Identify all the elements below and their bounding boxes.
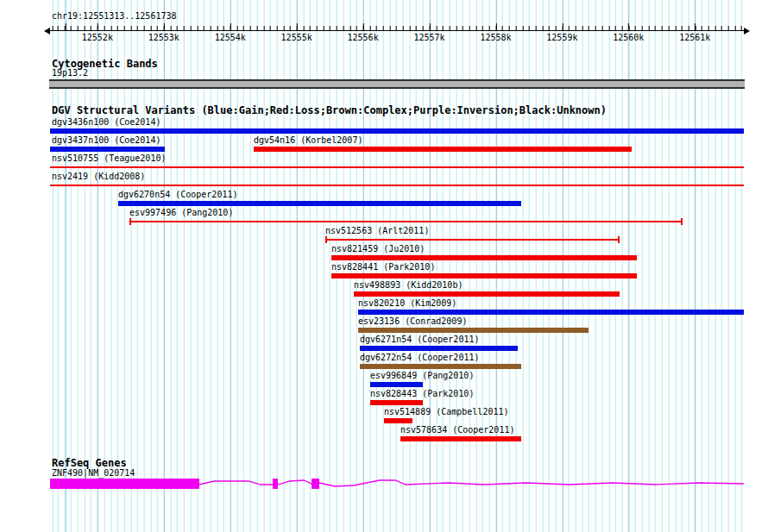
variant-endcap-esv997496 <box>129 218 131 225</box>
gene-intron-line <box>199 480 744 486</box>
variant-label-dgv54n16[interactable]: dgv54n16 (Korbel2007) <box>254 135 362 145</box>
variant-bar-nsv512563[interactable] <box>325 239 620 241</box>
variant-label-dgv6272n54[interactable]: dgv6272n54 (Cooper2011) <box>360 353 479 362</box>
variant-endcap-esv997496 <box>681 218 683 225</box>
variant-bar-nsv821459[interactable] <box>331 255 637 260</box>
ruler-left-arrow-icon <box>44 28 50 34</box>
axis-tick-label: 12559k <box>536 33 588 42</box>
variant-bar-nsv578634[interactable] <box>400 436 521 441</box>
gene-glyph[interactable] <box>49 473 745 495</box>
axis-tick-label: 12553k <box>138 33 190 42</box>
variant-label-nsv2419[interactable]: nsv2419 (Kidd2008) <box>52 172 145 181</box>
variant-label-dgv3436n100[interactable]: dgv3436n100 (Coe2014) <box>52 117 161 127</box>
variant-label-esv996849[interactable]: esv996849 (Pang2010) <box>370 371 474 380</box>
variant-label-dgv6271n54[interactable]: dgv6271n54 (Cooper2011) <box>360 335 479 344</box>
variant-label-nsv820210[interactable]: nsv820210 (Kim2009) <box>358 298 456 308</box>
variant-bar-nsv498893[interactable] <box>354 291 620 297</box>
axis-tick-label: 12561k <box>669 33 721 42</box>
variant-bar-nsv820210[interactable] <box>358 310 744 315</box>
variant-bar-nsv510755[interactable] <box>50 166 744 168</box>
region-title: chr19:12551313..12561738 <box>52 11 177 21</box>
axis-tick-label: 12560k <box>602 33 654 42</box>
variant-bar-dgv6271n54[interactable] <box>360 346 518 351</box>
cytoband-label: 19p13.2 <box>52 68 88 78</box>
genome-browser-view: chr19:12551313..12561738 12552k12553k125… <box>0 0 768 532</box>
variant-label-nsv578634[interactable]: nsv578634 (Cooper2011) <box>400 425 514 435</box>
axis-tick-label: 12558k <box>469 33 521 42</box>
variant-bar-esv996849[interactable] <box>370 382 423 387</box>
axis-tick-label: 12556k <box>337 33 389 42</box>
variant-endcap-nsv512563 <box>325 236 327 243</box>
variant-bar-nsv2419[interactable] <box>50 185 744 186</box>
variant-bar-nsv828443[interactable] <box>370 400 423 405</box>
variant-bar-esv997496[interactable] <box>129 221 683 222</box>
axis-tick-label: 12557k <box>404 33 456 42</box>
variant-endcap-nsv512563 <box>618 236 620 243</box>
variant-bar-dgv6270n54[interactable] <box>118 201 521 206</box>
variant-label-nsv828441[interactable]: nsv828441 (Park2010) <box>331 262 435 272</box>
variant-label-nsv514889[interactable]: nsv514889 (Campbell2011) <box>384 407 509 416</box>
variant-bar-dgv3437n100[interactable] <box>50 147 165 152</box>
ruler-right-arrow-icon <box>744 28 750 34</box>
axis-tick-label: 12555k <box>271 33 323 42</box>
variant-label-esv997496[interactable]: esv997496 (Pang2010) <box>129 208 233 217</box>
variant-label-nsv828443[interactable]: nsv828443 (Park2010) <box>370 389 474 398</box>
variant-bar-nsv514889[interactable] <box>384 418 412 423</box>
variant-label-dgv3437n100[interactable]: dgv3437n100 (Coe2014) <box>52 135 161 145</box>
ruler-axis-line <box>49 30 745 31</box>
refseq-section-title: RefSeq Genes <box>52 457 127 469</box>
variant-label-nsv512563[interactable]: nsv512563 (Arlt2011) <box>325 226 429 235</box>
variant-label-nsv498893[interactable]: nsv498893 (Kidd2010b) <box>354 280 463 290</box>
variant-label-nsv510755[interactable]: nsv510755 (Teague2010) <box>52 153 166 163</box>
variant-bar-nsv828441[interactable] <box>331 273 637 279</box>
variant-bar-esv23136[interactable] <box>358 328 589 333</box>
variant-label-esv23136[interactable]: esv23136 (Conrad2009) <box>358 316 467 326</box>
variant-bar-dgv3436n100[interactable] <box>50 128 744 134</box>
gene-exon[interactable] <box>312 479 319 489</box>
gene-exon[interactable] <box>50 479 199 489</box>
dgv-section-title: DGV Structural Variants (Blue:Gain;Red:L… <box>52 104 607 116</box>
variant-bar-dgv6272n54[interactable] <box>360 364 521 369</box>
gene-exon[interactable] <box>273 479 278 489</box>
variant-label-dgv6270n54[interactable]: dgv6270n54 (Cooper2011) <box>118 190 237 199</box>
variant-label-nsv821459[interactable]: nsv821459 (Ju2010) <box>331 244 425 253</box>
axis-tick-label: 12552k <box>72 33 123 42</box>
cytoband-glyph[interactable] <box>49 79 745 89</box>
axis-tick-label: 12554k <box>205 33 256 42</box>
variant-bar-dgv54n16[interactable] <box>254 147 632 152</box>
